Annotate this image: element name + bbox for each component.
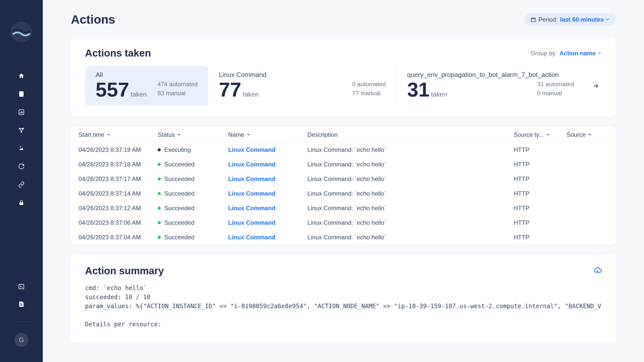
period-value: last 60 minutes	[560, 16, 610, 23]
chevron-down-icon	[597, 50, 602, 57]
cell-name-link[interactable]: Linux Command	[228, 161, 307, 168]
cell-start-time: 04/26/2023 8:37:19 AM	[78, 146, 158, 153]
cell-start-time: 04/26/2023 8:37:17 AM	[78, 175, 158, 183]
download-button[interactable]	[593, 266, 602, 276]
bar-chart-icon	[18, 109, 25, 115]
period-selector[interactable]: Period: last 60 minutes	[525, 13, 616, 26]
nav-security[interactable]	[18, 199, 25, 206]
nav-notes[interactable]	[18, 301, 25, 307]
cell-source-type: HTTP	[514, 219, 567, 226]
status-dot-icon	[158, 148, 161, 151]
nav-docs[interactable]	[18, 91, 25, 97]
sidebar-divider	[11, 322, 31, 322]
summary-header: Action summary	[85, 265, 602, 277]
stat-cards: All 557taken 474 automated83 manual Linu…	[85, 66, 602, 106]
cell-start-time: 04/26/2023 8:37:06 AM	[78, 219, 158, 226]
nav-terminal[interactable]	[18, 283, 25, 290]
sidebar-bottom: G	[0, 283, 43, 362]
nav-home[interactable]	[18, 73, 25, 79]
nav-topology[interactable]	[18, 127, 25, 133]
cell-description: Linux Command: `echo hello`	[307, 175, 514, 183]
cell-start-time: 04/26/2023 8:37:04 AM	[78, 234, 158, 241]
nav-alerts[interactable]	[18, 145, 25, 152]
status-dot-icon	[158, 163, 161, 166]
arrow-right-icon	[592, 82, 599, 89]
cell-name-link[interactable]: Linux Command	[228, 219, 307, 226]
stat-name: query_env_propagation_to_bot_alarm_7_bot…	[407, 71, 574, 79]
action-summary-card: Action summary cmd: `echo hello` succeed…	[71, 255, 616, 343]
group-by-label: Group by:	[531, 50, 557, 57]
stat-count: 31taken	[407, 80, 447, 100]
table-row[interactable]: 04/26/2023 8:37:19 AMExecutingLinux Comm…	[71, 143, 616, 157]
stat-meta: 474 automated83 manual	[157, 80, 198, 100]
cell-description: Linux Command: `echo hello`	[307, 190, 514, 197]
cell-name-link[interactable]: Linux Command	[228, 146, 307, 153]
cell-source-type: HTTP	[514, 161, 567, 168]
summary-title: Action summary	[85, 265, 164, 277]
table-row[interactable]: 04/26/2023 8:37:06 AMSucceededLinux Comm…	[71, 215, 616, 230]
status-dot-icon	[158, 192, 161, 195]
document-icon	[18, 301, 25, 307]
cell-description: Linux Command: `echo hello`	[307, 219, 514, 226]
stat-count: 77taken	[219, 80, 259, 100]
svg-rect-3	[22, 112, 23, 114]
svg-rect-1	[20, 112, 21, 113]
table-row[interactable]: 04/26/2023 8:37:04 AMSucceededLinux Comm…	[71, 230, 616, 245]
cell-source-type: HTTP	[514, 234, 567, 241]
th-start-time[interactable]: Start time	[78, 131, 158, 138]
cell-name-link[interactable]: Linux Command	[228, 205, 307, 212]
cell-status: Succeeded	[158, 205, 228, 212]
cell-status: Succeeded	[158, 175, 228, 183]
actions-table-card: Start time Status Name Description Sourc…	[71, 127, 616, 245]
cell-name-link[interactable]: Linux Command	[228, 190, 307, 197]
cell-description: Linux Command: `echo hello`	[307, 205, 514, 212]
calendar-icon	[531, 17, 536, 22]
cell-status: Succeeded	[158, 161, 228, 168]
th-status[interactable]: Status	[158, 131, 228, 138]
refresh-icon	[18, 163, 25, 170]
summary-text: cmd: `echo hello` succeeded: 10 / 10 par…	[85, 284, 602, 329]
svg-rect-2	[21, 111, 22, 114]
cell-source-type: HTTP	[514, 146, 567, 153]
nav-refresh[interactable]	[18, 163, 25, 170]
page-title: Actions	[71, 13, 115, 26]
cell-status: Succeeded	[158, 234, 228, 241]
table-row[interactable]: 04/26/2023 8:37:17 AMSucceededLinux Comm…	[71, 172, 616, 186]
svg-rect-8	[19, 202, 23, 205]
stat-card-all[interactable]: All 557taken 474 automated83 manual	[85, 66, 208, 106]
alert-icon	[18, 145, 25, 152]
cell-start-time: 04/26/2023 8:37:14 AM	[78, 190, 158, 197]
group-by-selector[interactable]: Group by: Action name	[531, 50, 602, 57]
table-row[interactable]: 04/26/2023 8:37:12 AMSucceededLinux Comm…	[71, 201, 616, 215]
user-avatar[interactable]: G	[14, 333, 28, 347]
stat-card-query[interactable]: query_env_propagation_to_bot_alarm_7_bot…	[397, 66, 585, 106]
table-header: Start time Status Name Description Sourc…	[71, 127, 616, 143]
th-description[interactable]: Description	[307, 131, 514, 138]
stat-card-linux[interactable]: Linux Command 77taken 0 automated77 manu…	[208, 66, 396, 106]
cell-source-type: HTTP	[514, 190, 567, 197]
nav-links[interactable]	[18, 181, 25, 188]
cell-description: Linux Command: `echo hello`	[307, 161, 514, 168]
logo	[11, 21, 32, 42]
cell-name-link[interactable]: Linux Command	[228, 175, 307, 183]
th-name[interactable]: Name	[228, 131, 307, 138]
actions-header: Actions taken Group by: Action name	[85, 48, 602, 59]
table-body: 04/26/2023 8:37:19 AMExecutingLinux Comm…	[71, 143, 616, 245]
cloud-download-icon	[593, 266, 602, 275]
stat-name: Linux Command	[219, 71, 386, 79]
table-row[interactable]: 04/26/2023 8:37:14 AMSucceededLinux Comm…	[71, 186, 616, 201]
cell-status: Executing	[158, 146, 228, 153]
th-source[interactable]: Source	[567, 131, 612, 138]
chevron-down-icon	[177, 131, 181, 138]
svg-rect-10	[531, 18, 535, 22]
page-header: Actions Period: last 60 minutes	[71, 13, 616, 26]
svg-point-6	[21, 131, 22, 133]
nav-charts[interactable]	[18, 109, 25, 115]
group-by-value: Action name	[559, 50, 602, 57]
th-source-type[interactable]: Source ty...	[514, 131, 567, 138]
table-row[interactable]: 04/26/2023 8:37:18 AMSucceededLinux Comm…	[71, 157, 616, 172]
book-icon	[18, 91, 25, 97]
cell-name-link[interactable]: Linux Command	[228, 234, 307, 241]
scroll-right-button[interactable]	[585, 66, 602, 106]
cell-status: Succeeded	[158, 219, 228, 226]
